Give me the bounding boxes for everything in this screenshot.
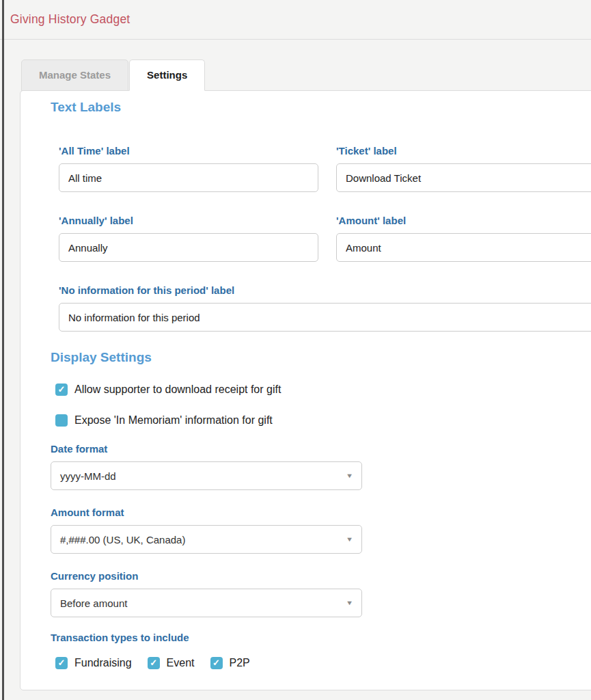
field-row: 'All Time' label 'Ticket' label: [59, 145, 591, 192]
date-format-select[interactable]: yyyy-MM-dd ▼: [51, 461, 362, 490]
checkbox-row-download-receipt: ✓ Allow supporter to download receipt fo…: [55, 383, 591, 396]
text-labels-fields: 'All Time' label 'Ticket' label 'Annuall…: [59, 145, 591, 332]
chevron-down-icon: ▼: [346, 536, 353, 543]
amount-format-label: Amount format: [51, 507, 591, 518]
field-ticket: 'Ticket' label: [336, 145, 591, 192]
tab-label: Manage States: [39, 69, 111, 81]
app-header: Giving History Gadget: [0, 0, 591, 40]
window-edge-line: [2, 0, 4, 700]
amount-format-group: Amount format #,###.00 (US, UK, Canada) …: [51, 507, 591, 554]
p2p-checkbox[interactable]: ✓: [210, 657, 223, 669]
tab-manage-states[interactable]: Manage States: [21, 59, 128, 91]
currency-position-label: Currency position: [51, 570, 591, 582]
transaction-types-row: ✓ Fundraising ✓ Event ✓ P2P: [55, 657, 591, 669]
selected-value: yyyy-MM-dd: [60, 470, 116, 482]
checkbox-label: Fundraising: [74, 657, 132, 669]
currency-position-select[interactable]: Before amount ▼: [51, 589, 362, 617]
date-format-group: Date format yyyy-MM-dd ▼: [51, 443, 591, 490]
all-time-label-input[interactable]: [59, 163, 318, 192]
field-label-all-time: 'All Time' label: [59, 145, 318, 157]
chevron-down-icon: ▼: [346, 600, 353, 606]
in-memoriam-checkbox[interactable]: ✓: [55, 414, 68, 427]
check-icon: ✓: [212, 658, 220, 667]
ticket-label-input[interactable]: [336, 163, 591, 192]
check-icon: ✓: [58, 385, 66, 394]
currency-position-group: Currency position Before amount ▼: [51, 570, 591, 617]
amount-label-input[interactable]: [336, 233, 591, 262]
transaction-types-label: Transaction types to include: [51, 632, 591, 643]
chevron-down-icon: ▼: [346, 472, 353, 479]
field-no-information: 'No information for this period' label: [59, 284, 591, 332]
selected-value: #,###.00 (US, UK, Canada): [60, 534, 185, 546]
download-receipt-checkbox[interactable]: ✓: [55, 383, 68, 396]
field-all-time: 'All Time' label: [59, 145, 318, 192]
no-information-label-input[interactable]: [59, 303, 591, 332]
transaction-type-fundraising: ✓ Fundraising: [55, 657, 132, 669]
field-label-amount: 'Amount' label: [336, 215, 591, 226]
checkbox-label: Allow supporter to download receipt for …: [74, 383, 281, 396]
tab-settings[interactable]: Settings: [129, 59, 205, 91]
tab-label: Settings: [147, 69, 187, 81]
checkbox-label: Event: [167, 657, 195, 669]
amount-format-select[interactable]: #,###.00 (US, UK, Canada) ▼: [51, 525, 362, 554]
event-checkbox[interactable]: ✓: [148, 657, 160, 669]
transaction-type-p2p: ✓ P2P: [210, 657, 250, 669]
field-label-annually: 'Annually' label: [59, 215, 318, 226]
settings-panel: Text Labels 'All Time' label 'Ticket' la…: [20, 90, 591, 690]
annually-label-input[interactable]: [59, 233, 318, 262]
check-icon: ✓: [150, 658, 157, 667]
field-annually: 'Annually' label: [59, 215, 318, 262]
field-row: 'Annually' label 'Amount' label: [59, 215, 591, 262]
checkbox-row-in-memoriam: ✓ Expose 'In Memoriam' information for g…: [55, 414, 591, 427]
page-title: Giving History Gadget: [10, 12, 130, 27]
field-label-ticket: 'Ticket' label: [336, 145, 591, 157]
section-title-display-settings: Display Settings: [51, 350, 591, 365]
selected-value: Before amount: [60, 597, 127, 609]
date-format-label: Date format: [51, 443, 591, 455]
transaction-type-event: ✓ Event: [148, 657, 195, 669]
checkbox-label: P2P: [230, 657, 250, 669]
check-icon: ✓: [58, 658, 66, 667]
field-label-no-information: 'No information for this period' label: [59, 284, 591, 296]
section-title-text-labels: Text Labels: [51, 100, 591, 115]
field-amount: 'Amount' label: [336, 215, 591, 262]
fundraising-checkbox[interactable]: ✓: [55, 657, 68, 669]
checkbox-label: Expose 'In Memoriam' information for gif…: [74, 414, 273, 427]
tab-bar: Manage States Settings: [21, 59, 591, 91]
